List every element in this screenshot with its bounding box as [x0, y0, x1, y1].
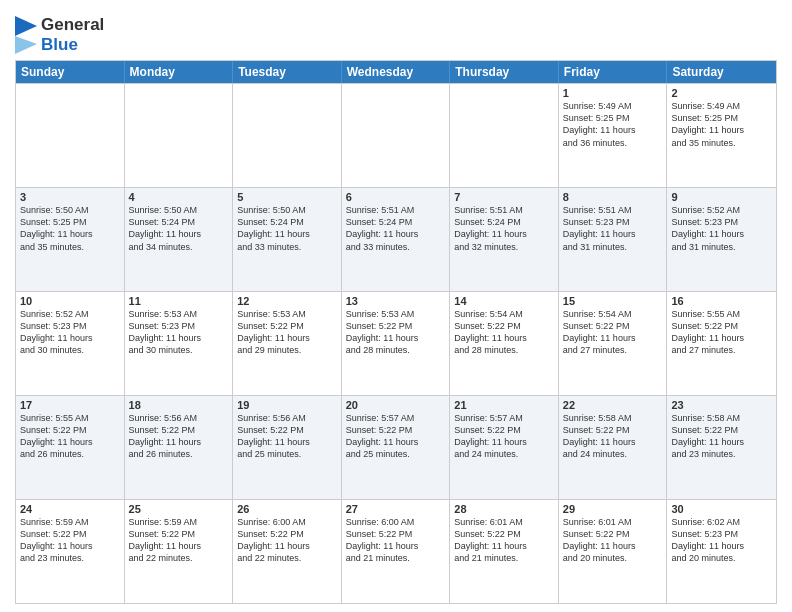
day-number: 22: [563, 399, 663, 411]
cell-detail: Sunrise: 5:57 AM Sunset: 5:22 PM Dayligh…: [346, 412, 446, 461]
calendar-row-4: 24Sunrise: 5:59 AM Sunset: 5:22 PM Dayli…: [16, 499, 776, 603]
day-number: 1: [563, 87, 663, 99]
cell-detail: Sunrise: 5:52 AM Sunset: 5:23 PM Dayligh…: [20, 308, 120, 357]
logo-triangle-icon: [15, 16, 37, 54]
cell-detail: Sunrise: 6:00 AM Sunset: 5:22 PM Dayligh…: [237, 516, 337, 565]
calendar-cell: 7Sunrise: 5:51 AM Sunset: 5:24 PM Daylig…: [450, 188, 559, 291]
day-number: 2: [671, 87, 772, 99]
cell-detail: Sunrise: 5:57 AM Sunset: 5:22 PM Dayligh…: [454, 412, 554, 461]
calendar-row-2: 10Sunrise: 5:52 AM Sunset: 5:23 PM Dayli…: [16, 291, 776, 395]
day-number: 6: [346, 191, 446, 203]
header-cell-thursday: Thursday: [450, 61, 559, 83]
calendar: SundayMondayTuesdayWednesdayThursdayFrid…: [15, 60, 777, 604]
day-number: 14: [454, 295, 554, 307]
calendar-cell: 21Sunrise: 5:57 AM Sunset: 5:22 PM Dayli…: [450, 396, 559, 499]
day-number: 19: [237, 399, 337, 411]
day-number: 18: [129, 399, 229, 411]
day-number: 13: [346, 295, 446, 307]
day-number: 3: [20, 191, 120, 203]
cell-detail: Sunrise: 5:52 AM Sunset: 5:23 PM Dayligh…: [671, 204, 772, 253]
cell-detail: Sunrise: 6:01 AM Sunset: 5:22 PM Dayligh…: [563, 516, 663, 565]
cell-detail: Sunrise: 5:50 AM Sunset: 5:25 PM Dayligh…: [20, 204, 120, 253]
day-number: 4: [129, 191, 229, 203]
day-number: 9: [671, 191, 772, 203]
logo-container: General Blue: [15, 15, 104, 54]
header-cell-saturday: Saturday: [667, 61, 776, 83]
cell-detail: Sunrise: 5:53 AM Sunset: 5:22 PM Dayligh…: [237, 308, 337, 357]
header-cell-friday: Friday: [559, 61, 668, 83]
header-cell-wednesday: Wednesday: [342, 61, 451, 83]
calendar-body: 1Sunrise: 5:49 AM Sunset: 5:25 PM Daylig…: [16, 83, 776, 603]
calendar-cell: 16Sunrise: 5:55 AM Sunset: 5:22 PM Dayli…: [667, 292, 776, 395]
day-number: 27: [346, 503, 446, 515]
day-number: 16: [671, 295, 772, 307]
logo-text-blue: Blue: [41, 35, 104, 55]
calendar-cell: 12Sunrise: 5:53 AM Sunset: 5:22 PM Dayli…: [233, 292, 342, 395]
cell-detail: Sunrise: 5:55 AM Sunset: 5:22 PM Dayligh…: [20, 412, 120, 461]
calendar-row-0: 1Sunrise: 5:49 AM Sunset: 5:25 PM Daylig…: [16, 83, 776, 187]
cell-detail: Sunrise: 5:54 AM Sunset: 5:22 PM Dayligh…: [454, 308, 554, 357]
calendar-cell: [450, 84, 559, 187]
day-number: 26: [237, 503, 337, 515]
logo: General Blue: [15, 10, 104, 54]
cell-detail: Sunrise: 6:02 AM Sunset: 5:23 PM Dayligh…: [671, 516, 772, 565]
calendar-cell: 1Sunrise: 5:49 AM Sunset: 5:25 PM Daylig…: [559, 84, 668, 187]
cell-detail: Sunrise: 5:51 AM Sunset: 5:24 PM Dayligh…: [346, 204, 446, 253]
day-number: 24: [20, 503, 120, 515]
logo-text-general: General: [41, 15, 104, 35]
calendar-row-1: 3Sunrise: 5:50 AM Sunset: 5:25 PM Daylig…: [16, 187, 776, 291]
calendar-header: SundayMondayTuesdayWednesdayThursdayFrid…: [16, 61, 776, 83]
day-number: 8: [563, 191, 663, 203]
calendar-cell: 17Sunrise: 5:55 AM Sunset: 5:22 PM Dayli…: [16, 396, 125, 499]
calendar-cell: 14Sunrise: 5:54 AM Sunset: 5:22 PM Dayli…: [450, 292, 559, 395]
day-number: 21: [454, 399, 554, 411]
page: General Blue SundayMondayTuesdayWednesda…: [0, 0, 792, 612]
calendar-cell: 27Sunrise: 6:00 AM Sunset: 5:22 PM Dayli…: [342, 500, 451, 603]
day-number: 15: [563, 295, 663, 307]
day-number: 28: [454, 503, 554, 515]
header-cell-monday: Monday: [125, 61, 234, 83]
svg-marker-1: [15, 36, 37, 54]
calendar-cell: [16, 84, 125, 187]
calendar-cell: 15Sunrise: 5:54 AM Sunset: 5:22 PM Dayli…: [559, 292, 668, 395]
calendar-cell: 25Sunrise: 5:59 AM Sunset: 5:22 PM Dayli…: [125, 500, 234, 603]
calendar-cell: 8Sunrise: 5:51 AM Sunset: 5:23 PM Daylig…: [559, 188, 668, 291]
header-cell-tuesday: Tuesday: [233, 61, 342, 83]
calendar-cell: 2Sunrise: 5:49 AM Sunset: 5:25 PM Daylig…: [667, 84, 776, 187]
cell-detail: Sunrise: 5:54 AM Sunset: 5:22 PM Dayligh…: [563, 308, 663, 357]
calendar-cell: 23Sunrise: 5:58 AM Sunset: 5:22 PM Dayli…: [667, 396, 776, 499]
calendar-cell: 20Sunrise: 5:57 AM Sunset: 5:22 PM Dayli…: [342, 396, 451, 499]
day-number: 20: [346, 399, 446, 411]
calendar-cell: 26Sunrise: 6:00 AM Sunset: 5:22 PM Dayli…: [233, 500, 342, 603]
day-number: 7: [454, 191, 554, 203]
cell-detail: Sunrise: 6:01 AM Sunset: 5:22 PM Dayligh…: [454, 516, 554, 565]
cell-detail: Sunrise: 5:49 AM Sunset: 5:25 PM Dayligh…: [671, 100, 772, 149]
calendar-cell: [125, 84, 234, 187]
calendar-cell: 6Sunrise: 5:51 AM Sunset: 5:24 PM Daylig…: [342, 188, 451, 291]
cell-detail: Sunrise: 6:00 AM Sunset: 5:22 PM Dayligh…: [346, 516, 446, 565]
day-number: 17: [20, 399, 120, 411]
cell-detail: Sunrise: 5:53 AM Sunset: 5:23 PM Dayligh…: [129, 308, 229, 357]
day-number: 11: [129, 295, 229, 307]
day-number: 29: [563, 503, 663, 515]
calendar-cell: 10Sunrise: 5:52 AM Sunset: 5:23 PM Dayli…: [16, 292, 125, 395]
cell-detail: Sunrise: 5:55 AM Sunset: 5:22 PM Dayligh…: [671, 308, 772, 357]
cell-detail: Sunrise: 5:51 AM Sunset: 5:23 PM Dayligh…: [563, 204, 663, 253]
calendar-cell: [342, 84, 451, 187]
cell-detail: Sunrise: 5:51 AM Sunset: 5:24 PM Dayligh…: [454, 204, 554, 253]
cell-detail: Sunrise: 5:59 AM Sunset: 5:22 PM Dayligh…: [129, 516, 229, 565]
header: General Blue: [15, 10, 777, 54]
cell-detail: Sunrise: 5:53 AM Sunset: 5:22 PM Dayligh…: [346, 308, 446, 357]
calendar-cell: [233, 84, 342, 187]
cell-detail: Sunrise: 5:50 AM Sunset: 5:24 PM Dayligh…: [237, 204, 337, 253]
calendar-cell: 9Sunrise: 5:52 AM Sunset: 5:23 PM Daylig…: [667, 188, 776, 291]
cell-detail: Sunrise: 5:56 AM Sunset: 5:22 PM Dayligh…: [129, 412, 229, 461]
calendar-cell: 3Sunrise: 5:50 AM Sunset: 5:25 PM Daylig…: [16, 188, 125, 291]
svg-marker-0: [15, 16, 37, 36]
day-number: 5: [237, 191, 337, 203]
day-number: 10: [20, 295, 120, 307]
cell-detail: Sunrise: 5:58 AM Sunset: 5:22 PM Dayligh…: [563, 412, 663, 461]
cell-detail: Sunrise: 5:58 AM Sunset: 5:22 PM Dayligh…: [671, 412, 772, 461]
calendar-cell: 28Sunrise: 6:01 AM Sunset: 5:22 PM Dayli…: [450, 500, 559, 603]
calendar-cell: 13Sunrise: 5:53 AM Sunset: 5:22 PM Dayli…: [342, 292, 451, 395]
